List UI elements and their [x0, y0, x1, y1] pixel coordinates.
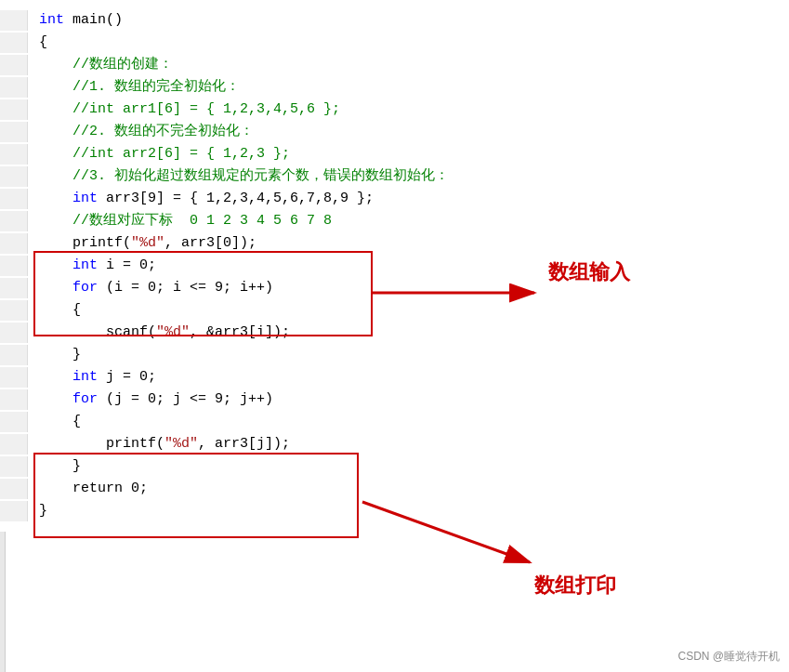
code-line: //3. 初始化超过数组规定的元素个数，错误的数组初始化：: [0, 165, 789, 188]
line-number: [0, 144, 28, 165]
code-content: //int arr1[6] = { 1,2,3,4,5,6 };: [28, 99, 340, 120]
code-content: //int arr2[6] = { 1,2,3 };: [28, 144, 290, 165]
code-line: //int arr1[6] = { 1,2,3,4,5,6 };: [0, 99, 789, 121]
code-content: }: [28, 456, 81, 477]
code-line: {: [0, 299, 789, 322]
code-line: for (j = 0; j <= 9; j++): [0, 389, 789, 411]
code-line: printf("%d", arr3[j]);: [0, 433, 789, 455]
code-content: //2. 数组的不完全初始化：: [28, 122, 254, 142]
line-number: [0, 55, 28, 75]
code-line: //int arr2[6] = { 1,2,3 };: [0, 143, 789, 165]
code-line: //1. 数组的完全初始化：: [0, 76, 789, 99]
code-content: {: [28, 300, 81, 321]
code-line: {: [0, 411, 789, 433]
code-line: int arr3[9] = { 1,2,3,4,5,6,7,8,9 };: [0, 188, 789, 210]
code-content: //数组的创建：: [28, 55, 173, 75]
code-content: int j = 0;: [28, 367, 156, 388]
line-number: [0, 345, 28, 365]
line-number: [0, 233, 28, 254]
code-line: //数组的创建：: [0, 54, 789, 76]
code-line: }: [0, 455, 789, 478]
line-number: [0, 300, 28, 321]
code-line: //数组对应下标 0 1 2 3 4 5 6 7 8: [0, 210, 789, 232]
code-line: }: [0, 344, 789, 366]
code-content: return 0;: [28, 479, 148, 499]
line-number: [0, 367, 28, 388]
code-content: {: [28, 33, 47, 53]
line-number: [0, 479, 28, 499]
line-number: [0, 99, 28, 120]
code-line: return 0;: [0, 478, 789, 500]
code-content: {: [28, 412, 81, 432]
code-line: scanf("%d", &arr3[i]);: [0, 322, 789, 344]
line-number: [0, 412, 28, 432]
line-number: [0, 434, 28, 455]
code-line: //2. 数组的不完全初始化：: [0, 121, 789, 143]
code-content: }: [28, 501, 47, 521]
watermark: CSDN @睡觉待开机: [677, 649, 780, 665]
code-area: int main() { //数组的创建： //1. 数组的完全初始化： //i…: [0, 0, 789, 532]
line-number: [0, 389, 28, 410]
line-number: [0, 323, 28, 343]
line-number: [0, 211, 28, 231]
code-content: //1. 数组的完全初始化：: [28, 77, 240, 98]
line-number: [0, 278, 28, 298]
code-content: int arr3[9] = { 1,2,3,4,5,6,7,8,9 };: [28, 189, 374, 209]
code-content: for (j = 0; j <= 9; j++): [28, 389, 273, 410]
code-content: int i = 0;: [28, 256, 156, 276]
line-number: [0, 122, 28, 142]
code-content: for (i = 0; i <= 9; i++): [28, 278, 273, 298]
line-number: [0, 256, 28, 276]
line-number: [0, 33, 28, 53]
code-line: int i = 0;: [0, 255, 789, 277]
code-line: {: [0, 32, 789, 54]
line-number: [0, 456, 28, 477]
label-print: 数组打印: [534, 572, 616, 600]
code-content: scanf("%d", &arr3[i]);: [28, 323, 290, 343]
code-line: for (i = 0; i <= 9; i++): [0, 277, 789, 299]
code-line: int main(): [0, 9, 789, 32]
code-content: //3. 初始化超过数组规定的元素个数，错误的数组初始化：: [28, 166, 449, 187]
line-number: [0, 10, 28, 31]
code-line: int j = 0;: [0, 366, 789, 389]
line-number: [0, 77, 28, 98]
code-content: printf("%d", arr3[j]);: [28, 434, 290, 455]
line-number: [0, 166, 28, 187]
line-number: [0, 189, 28, 209]
code-line: printf("%d", arr3[0]);: [0, 232, 789, 255]
code-content: printf("%d", arr3[0]);: [28, 233, 256, 254]
code-content: //数组对应下标 0 1 2 3 4 5 6 7 8: [28, 211, 332, 231]
line-number: [0, 501, 28, 521]
code-content: }: [28, 345, 81, 365]
code-line: }: [0, 500, 789, 522]
code-content: int main(): [28, 10, 123, 31]
